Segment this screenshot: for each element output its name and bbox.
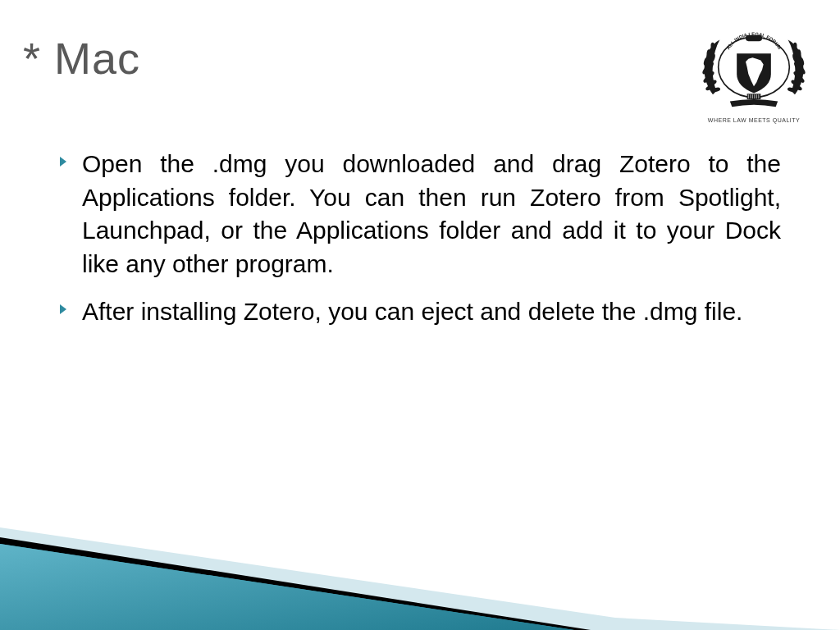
- svg-marker-32: [0, 527, 840, 630]
- list-item: After installing Zotero, you can eject a…: [59, 295, 781, 329]
- svg-marker-34: [0, 544, 574, 630]
- logo-tagline: WHERE LAW MEETS QUALITY: [708, 117, 800, 123]
- svg-marker-35: [0, 544, 574, 630]
- content-body: Open the .dmg you downloaded and drag Zo…: [59, 148, 781, 344]
- list-item: Open the .dmg you downloaded and drag Zo…: [59, 148, 781, 281]
- decorative-footer-wedge: [0, 486, 840, 630]
- bullet-arrow-icon: [59, 148, 82, 167]
- emblem-icon: ALL INDIA LEGAL FORUM: [692, 25, 815, 116]
- svg-marker-33: [0, 537, 591, 630]
- bullet-text: After installing Zotero, you can eject a…: [82, 295, 781, 329]
- bullet-arrow-icon: [59, 295, 82, 315]
- slide-title: * Mac: [23, 33, 140, 84]
- org-logo: ALL INDIA LEGAL FORUM WHERE LAW MEETS QU…: [680, 16, 828, 131]
- bullet-text: Open the .dmg you downloaded and drag Zo…: [82, 148, 781, 281]
